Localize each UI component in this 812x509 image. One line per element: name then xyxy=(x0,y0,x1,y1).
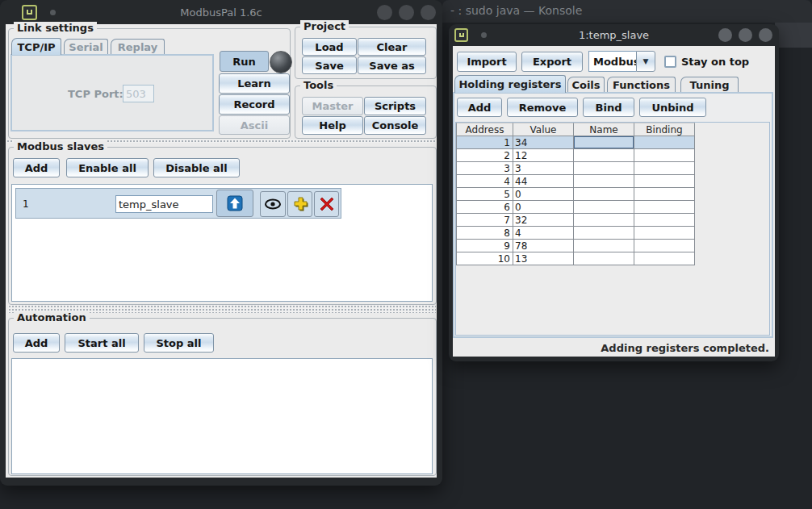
table-cell-nm[interactable] xyxy=(574,201,634,214)
table-cell-nm[interactable] xyxy=(574,214,634,227)
table-cell-val[interactable]: 0 xyxy=(513,188,574,201)
slave-duplicate-button[interactable] xyxy=(287,191,312,217)
table-cell-addr[interactable]: 8 xyxy=(456,227,513,240)
table-cell-addr[interactable]: 6 xyxy=(456,201,513,214)
slave-row[interactable]: 1 xyxy=(15,188,341,219)
table-cell-addr[interactable]: 3 xyxy=(456,162,513,175)
save-as-button[interactable]: Save as xyxy=(358,56,426,74)
table-row[interactable]: 1013 xyxy=(456,252,695,265)
registers-scrollpane[interactable]: Address Value Name Binding 1342123344450… xyxy=(455,122,770,336)
record-button[interactable]: Record xyxy=(219,94,290,115)
window-menu-icon[interactable] xyxy=(22,5,37,20)
table-cell-val[interactable]: 0 xyxy=(513,201,574,214)
table-cell-nm[interactable] xyxy=(574,188,634,201)
column-header-name[interactable]: Name xyxy=(574,123,634,136)
stop-all-button[interactable]: Stop all xyxy=(144,333,214,353)
table-cell-bnd[interactable] xyxy=(634,240,695,252)
table-cell-bnd[interactable] xyxy=(634,188,695,201)
close-button[interactable] xyxy=(759,28,772,42)
registers-table-header[interactable]: Address Value Name Binding xyxy=(456,123,695,136)
tcp-port-input[interactable] xyxy=(123,85,154,102)
table-cell-addr[interactable]: 1 xyxy=(456,136,513,149)
table-cell-val[interactable]: 78 xyxy=(513,240,574,252)
table-cell-addr[interactable]: 5 xyxy=(456,188,513,201)
tab-serial[interactable]: Serial xyxy=(64,39,108,55)
stay-on-top-label[interactable]: Stay on top xyxy=(681,56,749,68)
table-cell-bnd[interactable] xyxy=(634,136,695,149)
table-row[interactable]: 212 xyxy=(456,149,695,162)
slave-enabled-toggle[interactable] xyxy=(216,190,253,217)
table-row[interactable]: 50 xyxy=(456,188,695,201)
close-button[interactable] xyxy=(421,5,436,20)
temp-slave-titlebar[interactable]: 1:temp_slave xyxy=(449,24,779,46)
table-row[interactable]: 444 xyxy=(456,175,695,188)
table-cell-val[interactable]: 12 xyxy=(513,149,574,162)
table-row[interactable]: 732 xyxy=(456,214,695,227)
table-cell-bnd[interactable] xyxy=(634,227,695,240)
clear-button[interactable]: Clear xyxy=(358,38,426,56)
learn-button[interactable]: Learn xyxy=(219,73,290,94)
slave-add-button[interactable]: Add xyxy=(13,158,60,177)
table-cell-addr[interactable]: 9 xyxy=(456,240,513,252)
automation-add-button[interactable]: Add xyxy=(13,333,60,353)
table-cell-bnd[interactable] xyxy=(634,149,695,162)
table-cell-bnd[interactable] xyxy=(634,175,695,188)
table-cell-nm[interactable] xyxy=(574,175,634,188)
table-cell-nm[interactable] xyxy=(574,240,634,252)
table-cell-val[interactable]: 13 xyxy=(513,252,574,265)
modbuspal-titlebar[interactable]: ModbusPal 1.6c xyxy=(0,0,442,24)
minimize-button[interactable] xyxy=(718,28,732,42)
table-row[interactable]: 60 xyxy=(456,201,695,214)
help-button[interactable]: Help xyxy=(302,116,363,135)
window-menu-icon[interactable] xyxy=(454,28,468,42)
load-button[interactable]: Load xyxy=(302,38,357,56)
save-button[interactable]: Save xyxy=(302,56,357,74)
table-cell-bnd[interactable] xyxy=(634,162,695,175)
tab-coils[interactable]: Coils xyxy=(567,77,605,93)
tab-tcpip[interactable]: TCP/IP xyxy=(11,38,61,55)
table-row[interactable]: 84 xyxy=(456,227,695,240)
export-button[interactable]: Export xyxy=(521,52,583,72)
table-cell-bnd[interactable] xyxy=(634,201,695,214)
tab-functions[interactable]: Functions xyxy=(607,77,676,93)
register-add-button[interactable]: Add xyxy=(457,98,502,117)
enable-all-button[interactable]: Enable all xyxy=(66,158,149,177)
table-cell-nm[interactable] xyxy=(574,149,634,162)
maximize-button[interactable] xyxy=(739,28,752,42)
tab-tuning[interactable]: Tuning xyxy=(680,77,739,93)
column-header-binding[interactable]: Binding xyxy=(634,123,695,136)
table-cell-addr[interactable]: 2 xyxy=(456,149,513,162)
chevron-down-icon[interactable]: ▼ xyxy=(636,51,655,72)
table-row[interactable]: 134 xyxy=(456,136,695,149)
table-cell-bnd[interactable] xyxy=(634,214,695,227)
minimize-button[interactable] xyxy=(377,5,392,20)
register-unbind-button[interactable]: Unbind xyxy=(639,98,706,117)
slave-eye-button[interactable] xyxy=(260,191,286,217)
table-cell-nm[interactable] xyxy=(574,227,634,240)
table-cell-nm[interactable] xyxy=(574,136,634,149)
disable-all-button[interactable]: Disable all xyxy=(153,158,240,177)
table-cell-addr[interactable]: 7 xyxy=(456,214,513,227)
start-all-button[interactable]: Start all xyxy=(65,333,139,353)
tab-holding-registers[interactable]: Holding registers xyxy=(454,75,566,93)
table-row[interactable]: 33 xyxy=(456,162,695,175)
stay-on-top-checkbox[interactable] xyxy=(664,56,676,68)
import-button[interactable]: Import xyxy=(457,52,517,72)
slave-name-input[interactable] xyxy=(115,195,213,213)
table-cell-addr[interactable]: 10 xyxy=(456,252,513,265)
protocol-combobox[interactable]: Modbus ▼ xyxy=(588,51,655,72)
table-cell-bnd[interactable] xyxy=(634,252,695,265)
column-header-address[interactable]: Address xyxy=(456,123,513,136)
register-bind-button[interactable]: Bind xyxy=(583,98,634,117)
column-header-value[interactable]: Value xyxy=(513,123,574,136)
table-cell-val[interactable]: 34 xyxy=(513,136,574,149)
register-remove-button[interactable]: Remove xyxy=(507,98,578,117)
table-cell-val[interactable]: 4 xyxy=(513,227,574,240)
table-cell-addr[interactable]: 4 xyxy=(456,175,513,188)
table-cell-nm[interactable] xyxy=(574,162,634,175)
table-cell-val[interactable]: 3 xyxy=(513,162,574,175)
scripts-button[interactable]: Scripts xyxy=(364,97,426,115)
table-row[interactable]: 978 xyxy=(456,240,695,252)
console-button[interactable]: Console xyxy=(364,116,426,135)
run-button[interactable]: Run xyxy=(220,51,269,72)
